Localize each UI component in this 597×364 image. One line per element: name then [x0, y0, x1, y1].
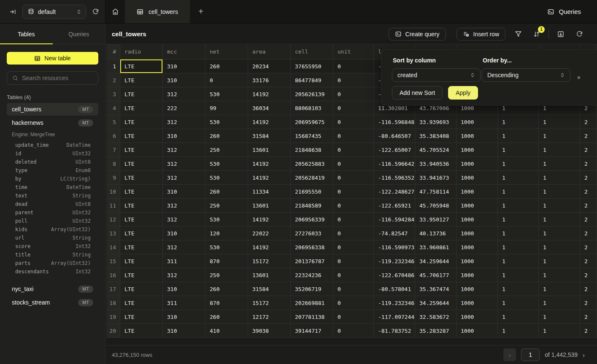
data-cell[interactable]: 312: [163, 157, 205, 171]
data-cell[interactable]: 14192: [248, 157, 291, 171]
data-cell[interactable]: 311: [163, 296, 205, 310]
data-cell[interactable]: 260: [205, 310, 248, 324]
data-cell[interactable]: 260: [205, 282, 248, 296]
sidebar-table-hackernews[interactable]: hackernewsMT: [7, 116, 98, 129]
data-cell[interactable]: 312: [163, 171, 205, 185]
data-cell[interactable]: 35.383408: [415, 129, 457, 143]
data-cell[interactable]: 33.960861: [415, 240, 457, 254]
data-cell[interactable]: LTE: [120, 171, 163, 185]
data-cell[interactable]: LTE: [120, 254, 163, 268]
data-cell[interactable]: 0: [333, 268, 374, 282]
data-cell[interactable]: 36034: [248, 101, 291, 115]
new-tab-button[interactable]: +: [190, 0, 212, 23]
data-cell[interactable]: 15172: [248, 296, 291, 310]
data-cell[interactable]: LTE: [120, 185, 163, 199]
data-cell[interactable]: -122.65007: [374, 143, 415, 157]
data-cell[interactable]: 1: [498, 226, 539, 240]
data-cell[interactable]: 35.367474: [415, 282, 457, 296]
data-cell[interactable]: 21695550: [291, 185, 333, 199]
data-cell[interactable]: 310: [163, 226, 205, 240]
data-cell[interactable]: 35.283287: [415, 324, 457, 338]
data-cell[interactable]: 1: [539, 143, 580, 157]
data-cell[interactable]: 14192: [248, 240, 291, 254]
data-cell[interactable]: 15172: [248, 254, 291, 268]
data-cell[interactable]: 35206719: [291, 282, 333, 296]
column-header[interactable]: mcc: [163, 44, 205, 59]
data-cell[interactable]: 530: [205, 157, 248, 171]
data-cell[interactable]: 1000: [457, 171, 498, 185]
data-cell[interactable]: 2: [580, 310, 597, 324]
data-cell[interactable]: 14192: [248, 213, 291, 226]
data-cell[interactable]: 205626139: [291, 87, 333, 101]
data-cell[interactable]: 0: [333, 157, 374, 171]
data-cell[interactable]: 0: [333, 226, 374, 240]
data-cell[interactable]: 1000: [457, 268, 498, 282]
data-cell[interactable]: 2: [580, 268, 597, 282]
data-cell[interactable]: -116.596352: [374, 171, 415, 185]
data-cell[interactable]: 312: [163, 87, 205, 101]
data-cell[interactable]: 1000: [457, 226, 498, 240]
data-cell[interactable]: 1: [498, 213, 539, 226]
sort-order-select[interactable]: Descending: [482, 68, 570, 82]
data-cell[interactable]: 260: [205, 59, 248, 73]
row-number-cell[interactable]: 12: [106, 213, 120, 226]
data-cell[interactable]: LTE: [120, 157, 163, 171]
data-cell[interactable]: 1: [539, 213, 580, 226]
data-cell[interactable]: 1: [498, 171, 539, 185]
sort-column-select[interactable]: created: [392, 68, 481, 82]
data-cell[interactable]: 312: [163, 240, 205, 254]
data-cell[interactable]: 312: [163, 213, 205, 226]
data-cell[interactable]: 0: [333, 143, 374, 157]
data-cell[interactable]: 312: [163, 268, 205, 282]
data-cell[interactable]: 311: [163, 254, 205, 268]
data-cell[interactable]: 22324236: [291, 268, 333, 282]
data-cell[interactable]: 206956338: [291, 240, 333, 254]
data-cell[interactable]: 37655950: [291, 59, 333, 73]
data-cell[interactable]: 21848589: [291, 199, 333, 213]
data-cell[interactable]: 310: [163, 282, 205, 296]
data-cell[interactable]: 310: [163, 59, 205, 73]
data-cell[interactable]: 86477849: [291, 73, 333, 87]
download-icon[interactable]: [556, 29, 566, 39]
data-cell[interactable]: 2: [580, 296, 597, 310]
data-cell[interactable]: 1: [498, 282, 539, 296]
data-cell[interactable]: 0: [205, 73, 248, 87]
data-cell[interactable]: 0: [333, 310, 374, 324]
data-cell[interactable]: 310: [163, 185, 205, 199]
row-number-cell[interactable]: 11: [106, 199, 120, 213]
data-cell[interactable]: 0: [333, 199, 374, 213]
data-cell[interactable]: LTE: [120, 129, 163, 143]
data-cell[interactable]: 39144717: [291, 324, 333, 338]
row-number-cell[interactable]: 6: [106, 129, 120, 143]
data-cell[interactable]: 40.13736: [415, 226, 457, 240]
data-cell[interactable]: 2: [580, 171, 597, 185]
refresh-databases-icon[interactable]: [92, 8, 99, 15]
data-cell[interactable]: -122.670486: [374, 268, 415, 282]
data-cell[interactable]: 0: [333, 324, 374, 338]
data-cell[interactable]: 530: [205, 240, 248, 254]
data-cell[interactable]: 2: [580, 115, 597, 129]
data-cell[interactable]: 2: [580, 226, 597, 240]
data-cell[interactable]: 39038: [248, 324, 291, 338]
data-cell[interactable]: LTE: [120, 199, 163, 213]
row-number-cell[interactable]: 18: [106, 296, 120, 310]
data-cell[interactable]: 1: [498, 254, 539, 268]
row-number-cell[interactable]: 13: [106, 226, 120, 240]
data-cell[interactable]: 13601: [248, 268, 291, 282]
data-cell[interactable]: 1: [539, 324, 580, 338]
data-cell[interactable]: 14192: [248, 87, 291, 101]
data-cell[interactable]: 99: [205, 101, 248, 115]
data-cell[interactable]: 1000: [457, 296, 498, 310]
data-cell[interactable]: 88068103: [291, 101, 333, 115]
data-cell[interactable]: -122.65921: [374, 199, 415, 213]
data-cell[interactable]: LTE: [120, 73, 163, 87]
sidebar-table-stocks_stream[interactable]: stocks_streamMT: [7, 296, 98, 309]
data-cell[interactable]: 222: [163, 101, 205, 115]
data-cell[interactable]: 530: [205, 115, 248, 129]
data-cell[interactable]: 31584: [248, 282, 291, 296]
data-cell[interactable]: -81.783752: [374, 324, 415, 338]
data-cell[interactable]: LTE: [120, 213, 163, 226]
data-cell[interactable]: 2: [580, 129, 597, 143]
data-cell[interactable]: 27276033: [291, 226, 333, 240]
data-cell[interactable]: 1: [539, 199, 580, 213]
